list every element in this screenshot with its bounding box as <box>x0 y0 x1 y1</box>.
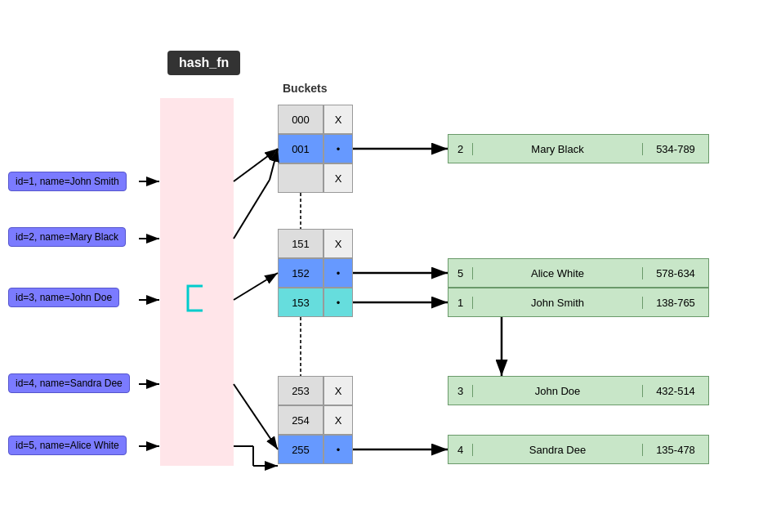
svg-line-16 <box>234 384 278 449</box>
svg-line-10 <box>234 180 270 239</box>
svg-line-12 <box>234 273 278 300</box>
diagram-svg <box>0 0 772 532</box>
